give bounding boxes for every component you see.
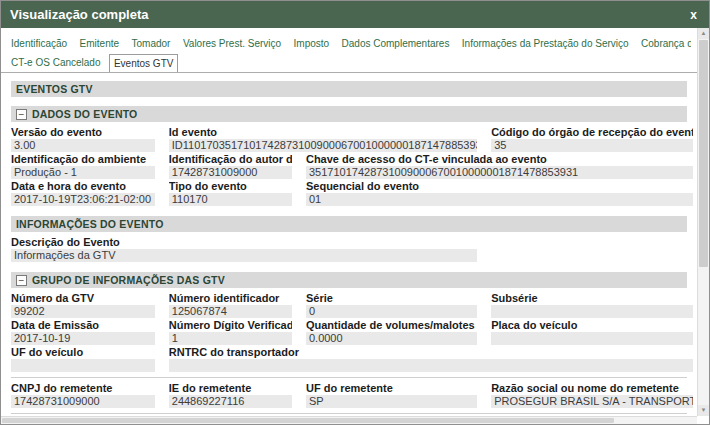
field-value: Informações da GTV	[11, 249, 477, 262]
modal-body: Identificação Emitente Tomador Valores P…	[1, 28, 709, 424]
field-label: Série	[306, 292, 477, 305]
field-label: Identificação do autor do evento	[169, 153, 292, 166]
section-header-dados-do-evento: − DADOS DO EVENTO	[11, 106, 687, 122]
field-data-emissao: Data de Emissão 2017-10-19	[11, 319, 169, 346]
field-value: 125067874	[169, 305, 292, 318]
scroll-down-icon[interactable]: ▼	[698, 405, 709, 416]
tab-dados-complementares[interactable]: Dados Complementares	[338, 35, 454, 52]
tab-valores-prest-servico[interactable]: Valores Prest. Serviço	[179, 35, 285, 52]
field-value: 2017-10-19	[11, 332, 155, 345]
tab-row-2: CT-e OS Cancelado Eventos GTV	[7, 52, 691, 72]
field-value: 35	[491, 139, 693, 152]
section-title: GRUPO DE INFORMAÇÕES DAS GTV	[32, 274, 225, 286]
field-razao-social-remetente: Razão social ou nome do remetente PROSEG…	[491, 382, 697, 409]
field-cnpj-remetente: CNPJ do remetente 17428731009000	[11, 382, 169, 409]
tab-cte-os-cancelado[interactable]: CT-e OS Cancelado	[7, 54, 105, 71]
field-uf-veiculo: UF do veículo	[11, 346, 169, 373]
tab-row-1: Identificação Emitente Tomador Valores P…	[7, 33, 691, 52]
field-label: Id evento	[169, 126, 477, 139]
section-header-informacoes-do-evento: INFORMAÇÕES DO EVENTO	[11, 216, 687, 232]
tab-tomador[interactable]: Tomador	[128, 35, 175, 52]
group-divider	[11, 413, 687, 414]
section-header-grupo-informacoes-gtv: − GRUPO DE INFORMAÇÕES DAS GTV	[11, 272, 687, 288]
tab-identificacao[interactable]: Identificação	[7, 35, 71, 52]
field-label: Razão social ou nome do remetente	[491, 382, 693, 395]
field-label: Versão do evento	[11, 126, 155, 139]
scroll-up-icon[interactable]: ▲	[698, 28, 709, 39]
vertical-scrollbar[interactable]: ▲ ▼	[697, 28, 709, 416]
modal-visualizacao-completa: Visualização completa x Identificação Em…	[0, 0, 710, 425]
field-label: Sequencial do evento	[306, 180, 693, 193]
collapse-icon[interactable]: −	[16, 109, 27, 120]
field-placa-veiculo: Placa do veículo	[491, 319, 697, 346]
field-row: Data e hora do evento 2017-10-19T23:06:2…	[11, 180, 697, 207]
field-label: Quantidade de volumes/malotes	[306, 319, 477, 332]
field-row: Descrição do Evento Informações da GTV	[11, 236, 697, 263]
field-identificacao-autor: Identificação do autor do evento 1742873…	[169, 153, 306, 180]
field-value: 244869227116	[169, 395, 292, 408]
field-numero-gtv: Número da GTV 99202	[11, 292, 169, 319]
field-codigo-orgao-recepcao: Código do órgão de recepção do evento 35	[491, 126, 697, 153]
field-label: IE do remetente	[169, 382, 292, 395]
field-value	[169, 359, 693, 372]
collapse-icon[interactable]: −	[16, 275, 27, 286]
field-versao-evento: Versão do evento 3.00	[11, 126, 169, 153]
field-value: 110170	[169, 193, 292, 206]
field-value: 01	[306, 193, 693, 206]
field-value: 3517101742873100900067001000000187147885…	[306, 166, 693, 179]
field-label: Subsérie	[491, 292, 693, 305]
field-serie: Série 0	[306, 292, 491, 319]
field-sequencial-evento: Sequencial do evento 01	[306, 180, 697, 207]
tab-bar: Identificação Emitente Tomador Valores P…	[1, 28, 697, 73]
field-value: 2017-10-19T23:06:21-02:00	[11, 193, 155, 206]
tab-cobranca-cte-os[interactable]: Cobrança do CT-e OS	[637, 35, 691, 52]
field-value: 17428731009000	[11, 395, 155, 408]
section-title: INFORMAÇÕES DO EVENTO	[16, 218, 164, 230]
field-value: SP	[306, 395, 477, 408]
vertical-scrollbar-track[interactable]	[698, 39, 709, 405]
field-quantidade-volumes: Quantidade de volumes/malotes 0.0000	[306, 319, 491, 346]
section-title: EVENTOS GTV	[16, 83, 93, 95]
tab-eventos-gtv[interactable]: Eventos GTV	[109, 54, 178, 72]
tab-emitente[interactable]: Emitente	[76, 35, 123, 52]
field-label: Número da GTV	[11, 292, 155, 305]
field-value: ID11017035171017428731009000670010000001…	[169, 139, 477, 152]
field-value: PROSEGUR BRASIL S/A - TRANSPORTADORA D	[491, 395, 693, 408]
field-label: Tipo do evento	[169, 180, 292, 193]
field-descricao-evento: Descrição do Evento Informações da GTV	[11, 236, 491, 263]
field-subserie: Subsérie	[491, 292, 697, 319]
field-label: Chave de acesso do CT-e vinculada ao eve…	[306, 153, 693, 166]
tab-informacoes-prestacao-servico[interactable]: Informações da Prestação do Serviço	[458, 35, 633, 52]
horizontal-scrollbar[interactable]	[1, 416, 697, 424]
field-value	[491, 332, 693, 345]
field-label: Placa do veículo	[491, 319, 693, 332]
close-icon[interactable]: x	[687, 8, 700, 22]
field-value: 0	[306, 305, 477, 318]
field-ie-remetente: IE do remetente 244869227116	[169, 382, 306, 409]
field-row: Versão do evento 3.00 Id evento ID110170…	[11, 126, 697, 153]
field-label: Número identificador	[169, 292, 292, 305]
field-value	[491, 305, 693, 318]
modal-title: Visualização completa	[10, 7, 149, 22]
field-value: 99202	[11, 305, 155, 318]
field-label: UF do veículo	[11, 346, 155, 359]
field-label: UF do remetente	[306, 382, 477, 395]
field-id-evento: Id evento ID1101703517101742873100900067…	[169, 126, 491, 153]
field-identificacao-ambiente: Identificação do ambiente Produção - 1	[11, 153, 169, 180]
field-label: CNPJ do remetente	[11, 382, 155, 395]
field-data-hora-evento: Data e hora do evento 2017-10-19T23:06:2…	[11, 180, 169, 207]
field-row: Número da GTV 99202 Número identificador…	[11, 292, 697, 319]
horizontal-scrollbar-thumb[interactable]	[2, 418, 614, 423]
modal-titlebar: Visualização completa x	[1, 1, 709, 28]
group-divider	[11, 377, 687, 378]
field-value: 3.00	[11, 139, 155, 152]
vertical-scrollbar-thumb[interactable]	[699, 40, 708, 267]
tab-imposto[interactable]: Imposto	[290, 35, 334, 52]
field-rntrc-transportador: RNTRC do transportador	[169, 346, 697, 373]
field-label: Identificação do ambiente	[11, 153, 155, 166]
field-label: Data e hora do evento	[11, 180, 155, 193]
section-title: DADOS DO EVENTO	[32, 108, 138, 120]
field-chave-acesso-vinculada: Chave de acesso do CT-e vinculada ao eve…	[306, 153, 697, 180]
field-value: 1	[169, 332, 292, 345]
field-label: Data de Emissão	[11, 319, 155, 332]
